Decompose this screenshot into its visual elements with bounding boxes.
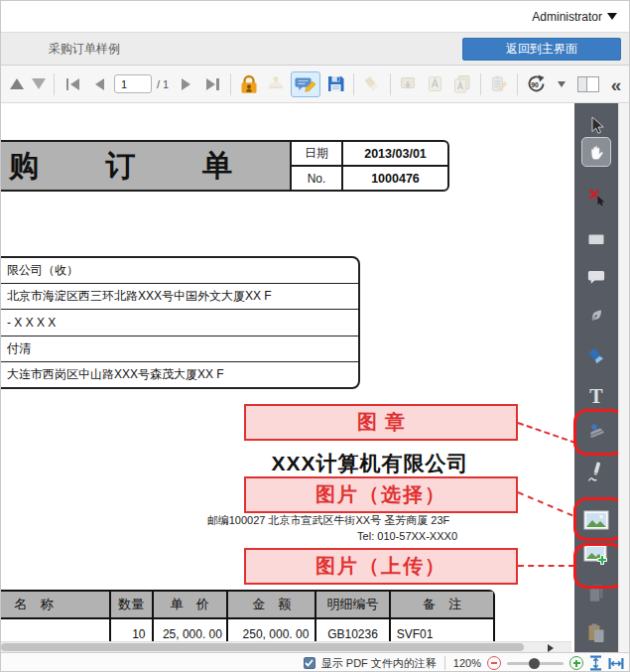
callout-connector-line — [518, 565, 574, 567]
fit-height-button[interactable] — [589, 655, 602, 671]
statusbar-separator — [444, 656, 445, 670]
text-t-icon — [589, 385, 602, 408]
toolbar-separator — [390, 73, 391, 95]
comment-tool[interactable] — [574, 261, 618, 293]
scroll-down-button[interactable] — [29, 71, 48, 97]
page-total-label: / 1 — [157, 78, 169, 90]
user-menu[interactable]: Administrator — [532, 10, 617, 24]
callout-image-select: 图片（选择） — [244, 476, 518, 513]
toolbar-separator — [517, 73, 518, 95]
text-copy-disabled-button — [450, 71, 474, 97]
signature-tool[interactable] — [574, 457, 618, 488]
order-no-value: 1000476 — [343, 167, 447, 190]
scroll-up-button[interactable] — [7, 71, 26, 97]
cell-detail-no: GB10236 — [316, 619, 390, 641]
back-to-main-button[interactable]: 返回到主界面 — [462, 38, 621, 61]
recipient-row: 付清 — [1, 336, 358, 361]
zoom-level-label: 120% — [453, 657, 481, 669]
header-name: 名 称 — [1, 592, 111, 617]
pen-tool[interactable] — [574, 300, 618, 332]
chevron-down-icon — [558, 81, 566, 87]
header-qty: 数量 — [111, 592, 154, 617]
triangle-left-icon — [70, 78, 79, 90]
speech-bubble-icon — [586, 267, 606, 287]
first-page-button[interactable] — [61, 71, 84, 97]
show-annotations-checkbox[interactable] — [304, 657, 315, 669]
panel-layout-button[interactable] — [572, 71, 604, 97]
next-page-icon — [182, 78, 190, 90]
cell-qty: 10 — [111, 619, 154, 641]
vertical-scrollbar[interactable] — [618, 103, 630, 652]
item-table-data-row: 10 25, 000. 00 250, 000. 00 GB10236 SVF0… — [1, 619, 493, 641]
toolbar-separator — [54, 73, 55, 95]
scroll-right-arrow-icon[interactable] — [548, 644, 554, 652]
previous-page-icon — [95, 78, 104, 90]
order-meta-table: 日期 2013/03/01 No. 1000476 — [290, 140, 449, 192]
stamp-download-icon — [398, 73, 420, 95]
company-name: XXX计算机有限公司 — [172, 450, 568, 477]
split-view-icon — [575, 74, 601, 94]
zoom-in-button[interactable] — [569, 656, 583, 670]
lock-button[interactable] — [237, 71, 261, 97]
cell-name — [1, 619, 111, 641]
lock-icon — [237, 73, 261, 95]
highlighter-icon — [361, 73, 383, 95]
recipient-row: 限公司（收） — [1, 258, 358, 283]
zoom-slider-thumb[interactable] — [529, 658, 540, 669]
callout-stamp: 图章 — [244, 404, 518, 441]
header-amount: 金 额 — [228, 592, 316, 617]
recipient-row: - X X X X — [1, 309, 358, 335]
order-no-label: No. — [292, 167, 343, 190]
stamp-import-disabled-button — [397, 71, 421, 97]
horizontal-scrollbar-thumb[interactable] — [1, 643, 524, 651]
triangle-right-icon — [206, 78, 215, 90]
annotate-button-active[interactable] — [291, 71, 320, 97]
paste-tool-disabled — [574, 617, 618, 649]
triangle-up-icon — [10, 78, 24, 89]
status-bar: 显示 PDF 文件内的注释 120% — [1, 652, 629, 672]
fit-height-icon — [589, 655, 602, 671]
delete-cross-cursor-icon — [586, 187, 606, 206]
rectangle-tool[interactable] — [574, 223, 618, 255]
company-tel: Tel: 010-57XX-XXX0 — [165, 530, 457, 542]
last-page-button[interactable] — [200, 71, 224, 97]
text-page-icon — [425, 73, 446, 95]
header-remark: 备 注 — [391, 592, 493, 617]
last-page-icon — [216, 78, 219, 90]
collapse-sidebar-button[interactable] — [606, 72, 626, 96]
hand-tool-selected[interactable] — [581, 137, 611, 167]
zoom-slider[interactable] — [507, 656, 564, 670]
next-page-button[interactable] — [174, 71, 197, 97]
fit-width-button[interactable] — [608, 657, 624, 670]
meta-row-no: No. 1000476 — [292, 167, 447, 190]
pdf-annotation-app: Administrator 采购订单样例 返回到主界面 / 1 — [0, 0, 630, 672]
highlighter-icon — [585, 345, 607, 367]
cell-amount: 250, 000. 00 — [228, 619, 316, 641]
hand-icon — [586, 142, 606, 162]
meta-row-date: 日期 2013/03/01 — [292, 142, 447, 167]
date-label: 日期 — [292, 142, 343, 165]
pdf-page[interactable]: 购 订 单 日期 2013/03/01 No. 1000476 限公司（收） 北… — [1, 103, 571, 641]
triangle-down-icon — [32, 78, 46, 89]
previous-page-button[interactable] — [87, 71, 111, 97]
save-button[interactable] — [323, 71, 347, 97]
stamp-disabled-button — [264, 71, 288, 97]
signature-pen-icon — [585, 461, 607, 484]
svg-text:90: 90 — [531, 81, 539, 88]
title-char: 购 — [9, 146, 39, 187]
callout-image-upload: 图片（上传） — [244, 548, 518, 585]
header-unit-price: 单 价 — [154, 592, 228, 617]
delete-annotation-tool[interactable] — [574, 181, 618, 212]
horizontal-scrollbar[interactable] — [1, 641, 571, 652]
recipient-row: 北京市海淀区西三环北路XXX号中国外文大厦XX F — [1, 283, 358, 309]
rotate-page-button[interactable]: 90 — [524, 71, 548, 97]
highlighter-tool[interactable] — [574, 340, 618, 372]
text-tool[interactable] — [574, 380, 618, 412]
clipboard-paste-icon — [586, 622, 606, 645]
cell-remark: SVF01 — [391, 619, 493, 641]
zoom-out-button[interactable] — [487, 656, 501, 670]
page-number-input[interactable] — [114, 74, 152, 93]
pen-nib-icon — [586, 306, 606, 326]
header-detail-no: 明细编号 — [316, 592, 390, 617]
rotate-options-dropdown[interactable] — [551, 71, 569, 97]
